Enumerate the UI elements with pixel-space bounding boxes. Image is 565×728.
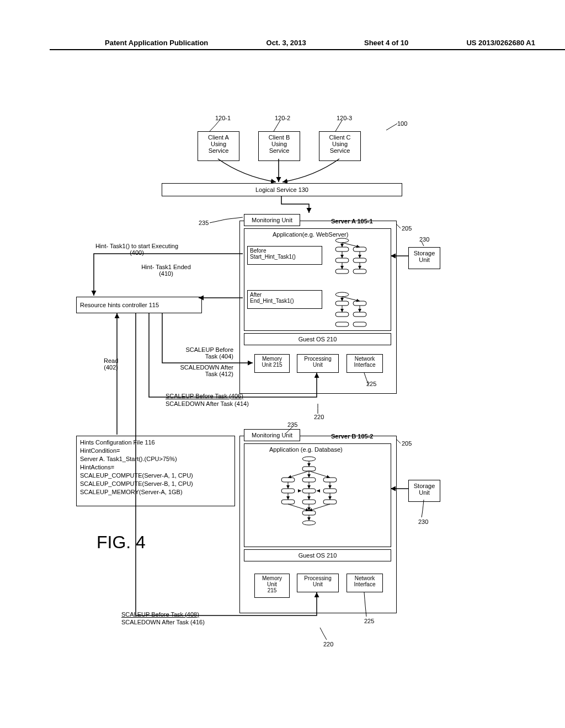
figure-label: FIG. 4 bbox=[97, 532, 146, 553]
client-b-box: Client B Using Service bbox=[258, 131, 300, 161]
before-box: Before Start_Hint_Task1() bbox=[247, 246, 322, 265]
client-c-box: Client C Using Service bbox=[319, 131, 361, 161]
scaledown-416: SCALEDOWN After Task (416) bbox=[121, 619, 205, 625]
app-b-box bbox=[244, 443, 391, 547]
after-box: After End_Hint_Task1() bbox=[247, 290, 322, 309]
scaleup-406: SCALEUP Before Task (406) bbox=[166, 393, 243, 399]
storage-unit-a: Storage Unit bbox=[408, 247, 440, 269]
resource-hints-controller: Resource hints controller 115 bbox=[76, 297, 202, 313]
app-a-box bbox=[244, 228, 391, 331]
monitoring-unit-b: Monitoring Unit bbox=[244, 429, 300, 441]
hints-config-file: Hints Configuration File 116 HintConditi… bbox=[76, 436, 235, 506]
label-235a: 235 bbox=[199, 220, 209, 226]
server-b-label: Server B 105-2 bbox=[331, 433, 373, 440]
header-left: Patent Application Publication bbox=[105, 39, 208, 47]
memory-unit-a: Memory Unit 215 bbox=[254, 354, 290, 373]
memory-unit-b: Memory Unit 215 bbox=[254, 574, 290, 598]
label-230a: 230 bbox=[419, 236, 429, 243]
processing-unit-b: Processing Unit bbox=[297, 574, 339, 592]
scaleup-404: SCALEUP Before Task (404) bbox=[167, 346, 233, 360]
header-date: Oct. 3, 2013 bbox=[266, 39, 306, 47]
network-if-b: Network Interface bbox=[347, 574, 383, 592]
app-b-label: Application (e.g. Database) bbox=[269, 446, 343, 453]
header-sheet: Sheet 4 of 10 bbox=[364, 39, 408, 47]
page-header: Patent Application Publication Oct. 3, 2… bbox=[50, 39, 565, 50]
label-120-1: 120-1 bbox=[215, 115, 231, 121]
guest-os-b: Guest OS 210 bbox=[244, 549, 391, 561]
processing-unit-a: Processing Unit bbox=[297, 354, 339, 373]
scaleup-408: SCALEUP Before Task (408) bbox=[121, 611, 199, 618]
logical-service-box: Logical Service 130 bbox=[162, 183, 402, 196]
server-a-label: Server A 105-1 bbox=[331, 218, 373, 224]
label-225b: 225 bbox=[364, 618, 374, 624]
guest-os-a: Guest OS 210 bbox=[244, 333, 391, 345]
label-235b: 235 bbox=[287, 421, 297, 428]
label-225a: 225 bbox=[366, 381, 376, 387]
read-402: Read (402) bbox=[104, 357, 118, 371]
label-230b: 230 bbox=[418, 518, 428, 525]
client-a-box: Client A Using Service bbox=[198, 131, 239, 161]
label-205b: 205 bbox=[402, 440, 412, 447]
hint-start-label: Hint- Task1() to start Executing (400) bbox=[82, 243, 192, 256]
label-120-2: 120-2 bbox=[275, 115, 290, 121]
monitoring-unit-a: Monitoring Unit bbox=[244, 214, 300, 226]
scaledown-412: SCALEDOWN After Task (412) bbox=[167, 364, 233, 377]
patent-page: Patent Application Publication Oct. 3, 2… bbox=[0, 0, 565, 728]
app-a-label: Application(e.g. WebServer) bbox=[273, 231, 348, 238]
storage-unit-b: Storage Unit bbox=[408, 480, 440, 502]
label-100: 100 bbox=[397, 120, 407, 127]
label-220a: 220 bbox=[314, 414, 324, 420]
label-205a: 205 bbox=[402, 225, 412, 232]
label-120-3: 120-3 bbox=[337, 115, 352, 121]
network-if-a: Network Interface bbox=[347, 354, 383, 373]
header-pubno: US 2013/0262680 A1 bbox=[466, 39, 535, 47]
label-220b: 220 bbox=[323, 641, 333, 647]
scaledown-414: SCALEDOWN After Task (414) bbox=[166, 400, 249, 407]
hint-end-label: Hint- Task1 Ended (410) bbox=[130, 264, 202, 277]
